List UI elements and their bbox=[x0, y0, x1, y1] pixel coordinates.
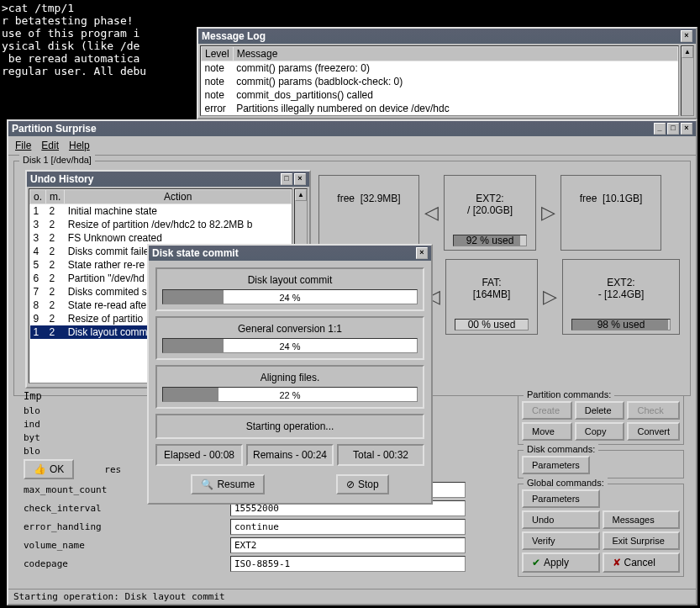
partition-ext2-2[interactable]: EXT2: - [12.4GB] 98 % used bbox=[562, 259, 680, 335]
menu-help[interactable]: Help bbox=[69, 140, 90, 151]
scrollbar[interactable]: ▲ bbox=[681, 45, 694, 116]
scroll-up-icon[interactable]: ▲ bbox=[682, 46, 693, 58]
table-row[interactable]: notecommit() params (freezero: 0) bbox=[202, 61, 678, 76]
partition-ext2-root[interactable]: EXT2: / [20.0GB] 92 % used bbox=[444, 175, 536, 251]
close-icon[interactable]: × bbox=[681, 30, 692, 42]
global-commands: Global commands: Parameters Undo Message… bbox=[518, 484, 684, 577]
resume-button[interactable]: 🔍Resume bbox=[191, 474, 265, 494]
terminal-text: >cat /tmp/1 r betatesting phase! use of … bbox=[0, 0, 148, 79]
disk1-legend: Disk 1 [/dev/hda] bbox=[19, 155, 95, 165]
arrow-right-icon[interactable]: ▷ bbox=[541, 202, 555, 224]
codepage-input[interactable] bbox=[230, 556, 466, 572]
menu-edit[interactable]: Edit bbox=[41, 140, 59, 151]
disk-commands: Disk commands: Parameters bbox=[518, 450, 684, 478]
play-icon: 🔍 bbox=[201, 478, 213, 490]
close-icon[interactable]: × bbox=[294, 173, 306, 185]
move-button[interactable]: Move bbox=[522, 422, 572, 441]
maximize-icon[interactable]: □ bbox=[281, 173, 292, 185]
menu-file[interactable]: File bbox=[15, 140, 31, 151]
error-handling-input[interactable] bbox=[230, 519, 466, 535]
disk-parameters-button[interactable]: Parameters bbox=[522, 456, 590, 474]
delete-button[interactable]: Delete bbox=[575, 401, 625, 420]
msglog-table: Level Message notecommit() params (freez… bbox=[201, 46, 678, 115]
cancel-button[interactable]: ✘Cancel bbox=[603, 552, 681, 573]
table-row[interactable]: notecommit_dos_partitions() called bbox=[202, 88, 678, 102]
task1-label: Disk layout commit bbox=[162, 274, 418, 286]
msglog-col-message[interactable]: Message bbox=[233, 47, 677, 61]
remains-time: Remains - 00:24 bbox=[246, 444, 334, 466]
arrow-left-icon[interactable]: ◁ bbox=[424, 202, 439, 224]
undo-title: Undo History bbox=[30, 173, 93, 185]
msglog-titlebar[interactable]: Message Log × bbox=[198, 29, 696, 44]
msglog-window: Message Log × Level Message notecommit()… bbox=[197, 27, 697, 119]
apply-button[interactable]: ✔Apply bbox=[522, 552, 600, 573]
progress-bar-1: 24 % bbox=[162, 289, 418, 304]
partition-free2[interactable]: free [10.1GB] bbox=[561, 175, 661, 251]
msglog-title: Message Log bbox=[202, 30, 266, 42]
check-button[interactable]: Check bbox=[627, 401, 680, 420]
elapsed-time: Elapsed - 00:08 bbox=[155, 444, 243, 466]
table-row[interactable]: 32FS Unknown created bbox=[30, 231, 292, 245]
ok-button[interactable]: 👍OK bbox=[24, 459, 74, 479]
commit-title: Disk state commit bbox=[152, 247, 239, 259]
stop-icon: ⊘ bbox=[346, 478, 355, 490]
convert-button[interactable]: Convert bbox=[627, 422, 680, 441]
table-row[interactable]: errorPartitions illegally numbered on de… bbox=[202, 102, 678, 115]
volume-name-input[interactable] bbox=[230, 537, 466, 553]
commit-dialog: Disk state commit × Disk layout commit 2… bbox=[147, 244, 433, 505]
maximize-icon[interactable]: □ bbox=[667, 123, 679, 135]
partition-free[interactable]: free [32.9MB] bbox=[318, 175, 419, 251]
partition-fat[interactable]: FAT: [164MB] 00 % used bbox=[445, 259, 538, 335]
undo-button[interactable]: Undo bbox=[522, 510, 600, 529]
copy-button[interactable]: Copy bbox=[575, 422, 625, 441]
table-row[interactable]: 12Initial machine state bbox=[30, 204, 292, 219]
table-row[interactable]: notecommit() params (badblock-check: 0) bbox=[202, 75, 678, 88]
undo-titlebar[interactable]: Undo History □ × bbox=[27, 172, 309, 187]
messages-button[interactable]: Messages bbox=[603, 510, 681, 529]
check-icon: ✔ bbox=[532, 557, 540, 568]
progress-bar-3: 22 % bbox=[162, 387, 418, 402]
thumb-icon: 👍 bbox=[34, 463, 46, 475]
task3-label: Aligning files. bbox=[162, 372, 418, 383]
total-time: Total - 00:32 bbox=[337, 444, 424, 466]
minimize-icon[interactable]: _ bbox=[654, 123, 666, 135]
close-icon[interactable]: × bbox=[681, 123, 692, 135]
main-title: Partition Surprise bbox=[12, 123, 97, 135]
commit-titlebar[interactable]: Disk state commit × bbox=[149, 246, 431, 261]
main-titlebar[interactable]: Partition Surprise _ □ × bbox=[8, 121, 696, 136]
scroll-up-icon[interactable]: ▲ bbox=[295, 189, 307, 201]
task2-label: General conversion 1:1 bbox=[162, 323, 418, 335]
close-icon[interactable]: × bbox=[416, 247, 428, 259]
table-row[interactable]: 32Resize of partition /dev/hdc2 to 82.2M… bbox=[30, 218, 292, 231]
verify-button[interactable]: Verify bbox=[522, 531, 600, 550]
menubar: File Edit Help bbox=[8, 136, 696, 156]
partition-commands: Partition commands: Create Delete Check … bbox=[518, 395, 684, 445]
msglog-col-level[interactable]: Level bbox=[202, 47, 234, 61]
x-icon: ✘ bbox=[613, 557, 621, 568]
create-button[interactable]: Create bbox=[522, 401, 572, 420]
exit-button[interactable]: Exit Surprise bbox=[603, 531, 681, 550]
global-parameters-button[interactable]: Parameters bbox=[522, 489, 600, 508]
arrow-right-icon[interactable]: ▷ bbox=[543, 286, 557, 308]
stop-button[interactable]: ⊘Stop bbox=[336, 474, 389, 494]
commit-status: Starting operation... bbox=[155, 414, 424, 439]
progress-bar-2: 24 % bbox=[162, 338, 418, 353]
status-bar: Starting operation: Disk layout commit bbox=[8, 589, 696, 604]
